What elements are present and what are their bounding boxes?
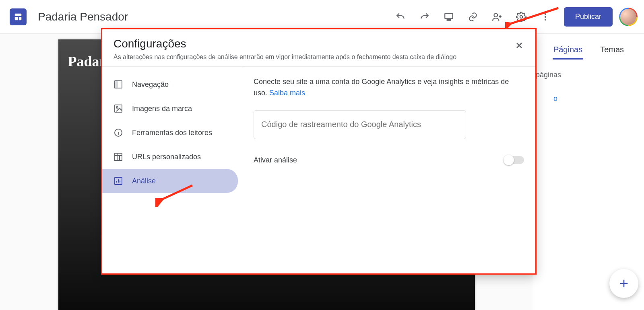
- svg-rect-2: [19, 17, 21, 20]
- nav-item-imagens[interactable]: Imagens da marca: [102, 96, 238, 121]
- svg-point-9: [545, 19, 546, 21]
- enable-analytics-switch[interactable]: [505, 156, 524, 164]
- learn-more-link[interactable]: Saiba mais: [269, 89, 305, 97]
- nav-item-navegacao[interactable]: Navegação: [102, 72, 238, 96]
- dialog-subtitle: As alterações nas configurações de análi…: [114, 53, 524, 61]
- nav-item-urls[interactable]: URLs personalizados: [102, 145, 238, 169]
- google-sites-icon[interactable]: [10, 8, 27, 25]
- svg-point-6: [520, 15, 523, 18]
- analytics-icon: [114, 176, 123, 186]
- info-icon: [114, 128, 123, 138]
- svg-rect-15: [115, 153, 122, 160]
- settings-dialog: Configurações As alterações nas configur…: [102, 29, 535, 273]
- tab-themes[interactable]: Temas: [599, 41, 625, 60]
- site-title-input[interactable]: Padaria Pensador: [38, 10, 128, 23]
- side-panel: Páginas Temas páginas o: [533, 34, 644, 310]
- nav-item-ferramentas[interactable]: Ferramentas dos leitores: [102, 121, 238, 145]
- close-button[interactable]: [510, 37, 528, 54]
- nav-item-analise[interactable]: Análise: [102, 169, 238, 193]
- enable-analytics-label: Ativar análise: [254, 156, 297, 164]
- dialog-header: Configurações As alterações nas configur…: [102, 29, 535, 67]
- share-button[interactable]: [487, 7, 507, 27]
- svg-rect-12: [115, 105, 122, 112]
- panel-icon: [114, 80, 123, 89]
- svg-point-5: [494, 13, 497, 17]
- tracking-code-input[interactable]: [254, 110, 466, 139]
- link-icon[interactable]: [463, 7, 483, 27]
- svg-point-7: [545, 13, 546, 15]
- svg-rect-3: [445, 13, 453, 18]
- image-icon: [114, 104, 123, 113]
- add-page-fab[interactable]: [609, 269, 638, 298]
- svg-point-8: [545, 16, 546, 18]
- settings-button[interactable]: [512, 7, 531, 27]
- nav-label: Análise: [132, 177, 156, 185]
- svg-rect-4: [447, 19, 451, 20]
- svg-rect-0: [15, 13, 22, 16]
- dialog-nav: Navegação Imagens da marca Ferramentas d…: [102, 67, 242, 273]
- nav-label: Navegação: [132, 80, 169, 89]
- preview-button[interactable]: [439, 7, 458, 27]
- redo-button[interactable]: [415, 7, 434, 27]
- more-button[interactable]: [536, 7, 555, 27]
- domain-icon: [114, 152, 123, 162]
- svg-point-13: [116, 107, 118, 108]
- nav-label: Ferramentas dos leitores: [132, 129, 212, 137]
- svg-rect-1: [15, 17, 18, 20]
- tab-pages[interactable]: Páginas: [553, 41, 583, 60]
- sidepanel-text-fragment: o: [533, 79, 644, 103]
- dialog-title: Configurações: [114, 37, 524, 50]
- nav-label: Imagens da marca: [132, 105, 192, 113]
- top-app-bar: Padaria Pensador Publicar: [0, 0, 644, 34]
- svg-rect-11: [115, 81, 118, 88]
- nav-label: URLs personalizados: [132, 153, 201, 161]
- sidepanel-label-fragment: páginas: [533, 65, 644, 79]
- avatar[interactable]: [619, 8, 638, 26]
- undo-button[interactable]: [391, 7, 410, 27]
- dialog-content: Conecte seu site a uma conta do Google A…: [242, 67, 535, 273]
- publish-button[interactable]: Publicar: [564, 7, 613, 27]
- analytics-description: Conecte seu site a uma conta do Google A…: [254, 76, 524, 99]
